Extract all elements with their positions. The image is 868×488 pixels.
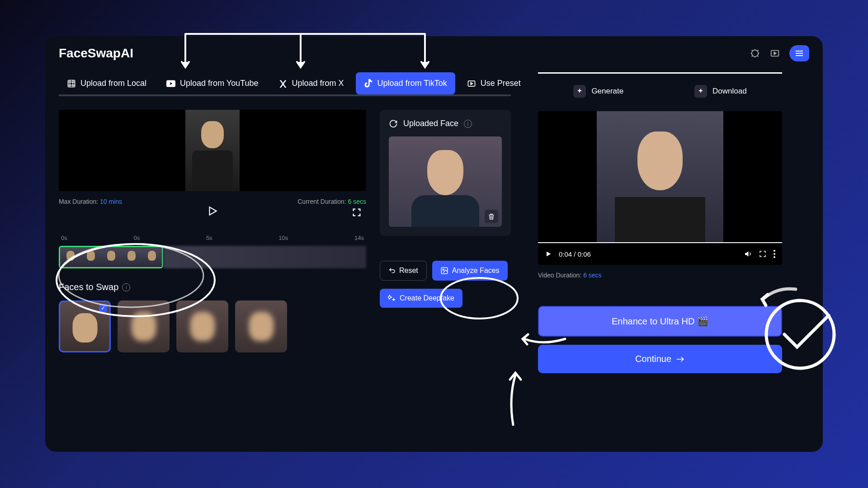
result-video-frame	[597, 111, 723, 242]
tab-label: Upload from X	[292, 79, 344, 88]
current-duration: Current Duration: 6 secs	[297, 198, 366, 205]
play-button[interactable]	[207, 205, 218, 217]
logo: FaceSwapAI	[59, 46, 133, 61]
max-duration: Max Duration: 10 mins	[59, 198, 122, 205]
sparkle-icon	[694, 85, 707, 98]
video-controls: 0:04 / 0:06	[538, 242, 782, 265]
svg-point-6	[443, 269, 444, 270]
tab-label: Use Preset	[481, 79, 521, 88]
svg-point-7	[774, 250, 775, 252]
video-icon[interactable]	[769, 48, 780, 59]
download-tab[interactable]: Download	[694, 85, 747, 98]
timeline-ticks: 0s 0s 5s 10s 14s	[59, 235, 366, 241]
timeline[interactable]	[59, 246, 366, 268]
youtube-icon	[166, 79, 175, 88]
enhance-button[interactable]: Enhance to Ultra HD 🎬	[538, 306, 782, 337]
face-thumb-3[interactable]	[176, 300, 228, 352]
delete-button[interactable]	[485, 210, 498, 223]
tiktok-icon	[364, 79, 373, 88]
reset-button[interactable]: Reset	[380, 261, 427, 281]
bug-icon[interactable]	[750, 48, 760, 59]
svg-rect-2	[68, 80, 75, 87]
info-icon[interactable]: i	[464, 120, 472, 128]
timeline-selection[interactable]	[59, 246, 163, 268]
generate-tab[interactable]: Generate	[573, 85, 623, 98]
svg-point-0	[752, 50, 759, 57]
analyze-faces-button[interactable]: Analyze Faces	[432, 261, 508, 281]
create-deepfake-button[interactable]: Create Deepfake	[380, 289, 462, 308]
sparkle-icon	[573, 85, 586, 98]
tab-tiktok[interactable]: Upload from TikTok	[356, 72, 455, 94]
face-thumb-4[interactable]	[235, 300, 287, 352]
uploaded-face-card: Uploaded Face i	[380, 110, 511, 236]
tab-label: Upload from TikTok	[377, 79, 447, 88]
info-icon[interactable]: i	[122, 283, 130, 291]
faces-to-swap-title: Faces to Swap i	[59, 282, 366, 292]
result-video[interactable]: 0:04 / 0:06	[538, 111, 782, 265]
tab-x[interactable]: Upload from X	[270, 72, 352, 94]
x-icon	[278, 79, 288, 88]
film-icon	[67, 79, 76, 88]
face-thumb-2[interactable]	[118, 300, 170, 352]
play-button[interactable]	[545, 250, 552, 258]
result-video-duration: Video Duration: 6 secs	[538, 272, 782, 279]
tab-youtube[interactable]: Upload from YouTube	[158, 72, 266, 94]
upload-tabs: Upload from Local Upload from YouTube Up…	[59, 72, 511, 96]
tab-label: Upload from Local	[80, 79, 146, 88]
more-icon[interactable]	[774, 250, 775, 258]
svg-point-8	[774, 253, 775, 255]
source-video-preview[interactable]	[59, 110, 366, 191]
tab-preset[interactable]: Use Preset	[459, 72, 529, 94]
menu-button[interactable]	[789, 45, 809, 61]
video-time: 0:04 / 0:06	[559, 250, 591, 258]
timeline-unselected[interactable]	[163, 246, 366, 268]
fullscreen-button[interactable]	[352, 207, 362, 217]
face-thumb-1[interactable]	[59, 300, 111, 352]
tab-label: Upload from YouTube	[180, 79, 258, 88]
volume-icon[interactable]	[744, 250, 752, 258]
svg-point-9	[774, 256, 775, 258]
tab-local[interactable]: Upload from Local	[59, 72, 155, 94]
uploaded-face-label: Uploaded Face	[403, 119, 458, 128]
continue-button[interactable]: Continue	[538, 345, 782, 373]
video-thumbnail	[185, 110, 240, 191]
preset-icon	[467, 79, 476, 88]
refresh-icon[interactable]	[389, 119, 398, 128]
fullscreen-icon[interactable]	[759, 250, 767, 258]
